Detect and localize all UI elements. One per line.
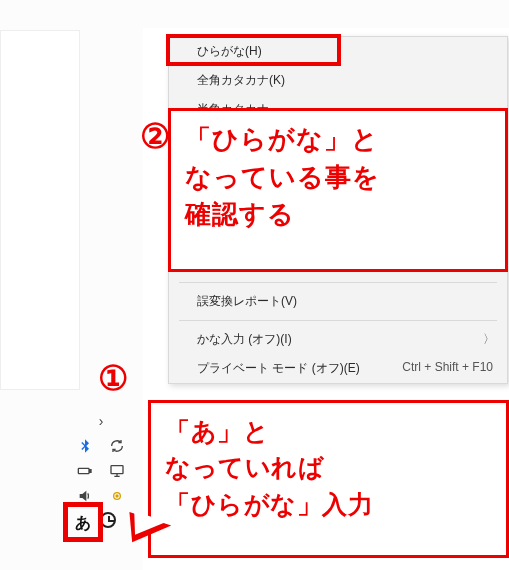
svg-rect-1: [90, 470, 91, 473]
menu-separator: [179, 282, 497, 283]
menu-item-label: かな入力 (オフ)(I): [197, 332, 292, 346]
svg-rect-0: [78, 468, 89, 473]
ime-mode-indicator[interactable]: あ: [72, 512, 94, 534]
volume-icon[interactable]: [73, 485, 97, 507]
sync-icon[interactable]: [105, 435, 129, 457]
background-panel: [0, 30, 80, 390]
location-icon[interactable]: [105, 485, 129, 507]
svg-rect-2: [111, 466, 123, 474]
callout-a-hiragana: 「あ」と なっていれば 「ひらがな」入力: [148, 400, 509, 558]
menu-item-label: 誤変換レポート(V): [197, 294, 297, 308]
callout-confirm-hiragana: 「ひらがな」と なっている事を 確認する: [168, 108, 508, 272]
chevron-right-icon: 〉: [483, 331, 495, 348]
callout-text-line: なっていれば: [165, 449, 492, 485]
annotation-number-1: ①: [98, 358, 128, 398]
callout-text-line: なっている事を: [185, 159, 491, 197]
menu-item-label: 全角カタカナ(K): [197, 73, 285, 87]
menu-item-misreport[interactable]: 誤変換レポート(V): [169, 287, 507, 316]
bluetooth-icon[interactable]: [73, 435, 97, 457]
clock-icon[interactable]: [100, 512, 116, 528]
system-tray: ›: [70, 410, 132, 507]
menu-item-label: プライベート モード (オフ)(E): [197, 361, 360, 375]
svg-point-4: [116, 495, 118, 497]
menu-separator: [179, 320, 497, 321]
menu-item-hiragana[interactable]: ひらがな(H): [169, 37, 507, 66]
menu-item-fullwidth-katakana[interactable]: 全角カタカナ(K): [169, 66, 507, 95]
tray-expand-icon[interactable]: ›: [73, 410, 129, 432]
callout-text-line: 確認する: [185, 196, 491, 234]
annotation-number-2: ②: [140, 116, 170, 156]
menu-item-private-mode[interactable]: プライベート モード (オフ)(E) Ctrl + Shift + F10: [169, 354, 507, 383]
battery-icon[interactable]: [73, 460, 97, 482]
callout-text-line: 「ひらがな」と: [185, 121, 491, 159]
callout-text-line: 「あ」と: [165, 413, 492, 449]
menu-item-kana-input[interactable]: かな入力 (オフ)(I) 〉: [169, 325, 507, 354]
network-icon[interactable]: [105, 460, 129, 482]
menu-item-label: ひらがな(H): [197, 44, 262, 58]
callout-text-line: 「ひらがな」入力: [165, 486, 492, 522]
menu-shortcut: Ctrl + Shift + F10: [402, 360, 493, 374]
